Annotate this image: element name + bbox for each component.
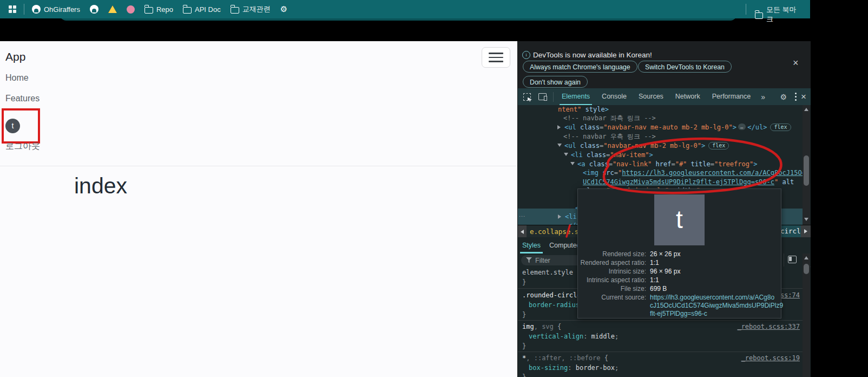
devtools-menu-icon[interactable]	[795, 93, 797, 100]
breadcrumb-right-crumb[interactable]: circle	[778, 225, 803, 237]
collapsed-arrow-icon[interactable]	[557, 125, 561, 129]
code-text: title	[687, 160, 710, 168]
code-line[interactable]: <ul class="navbar-nav me-auto mb-2 mb-lg…	[564, 123, 791, 131]
code-text	[581, 106, 585, 113]
style-rule-line[interactable]: }	[522, 373, 526, 377]
tooltip-row: File size:699 B	[578, 285, 781, 293]
attribute-link[interactable]: https://lh3.googleusercontent.com/a/ACg8…	[622, 169, 803, 177]
code-text: =	[711, 160, 714, 168]
nav-link-home[interactable]: Home	[5, 73, 29, 83]
code-text: "navbar-nav mb-2 mb-lg-0"	[603, 142, 701, 150]
style-rule-line[interactable]: }	[522, 311, 526, 318]
code-text: ntent"	[558, 106, 581, 113]
bookmark-item[interactable]	[90, 5, 98, 14]
code-line[interactable]: <!-- navbar 우측 링크 -->	[563, 133, 656, 140]
bookmark-item[interactable]: ⚙	[280, 5, 287, 14]
tooltip-value: 1:1	[650, 276, 659, 284]
scroll-up-icon[interactable]	[804, 108, 808, 111]
toggle-sidebar-icon[interactable]	[788, 256, 797, 263]
style-rule-line[interactable]: img, svg {	[522, 323, 561, 330]
flex-badge[interactable]: flex	[708, 142, 729, 150]
github-icon	[32, 5, 41, 14]
code-text: "nav-link"	[613, 160, 652, 168]
elements-scrollbar[interactable]	[803, 105, 810, 225]
attribute-link[interactable]: UCd1C574GiwgzMiva5mdsUP9DiPlz9flt-ej5TPl…	[583, 178, 774, 186]
devtools-tab-elements[interactable]: Elements	[562, 88, 590, 105]
navbar-brand[interactable]: App	[5, 50, 25, 63]
style-rule-line[interactable]: element.style {	[522, 269, 581, 276]
scroll-down-icon[interactable]	[804, 218, 808, 221]
scrollbar-thumb[interactable]	[804, 155, 809, 186]
inspect-element-icon[interactable]	[523, 93, 531, 101]
code-line[interactable]: ntent" style>	[558, 106, 609, 113]
style-rule-line[interactable]: }	[522, 342, 526, 350]
bookmark-item[interactable]	[127, 5, 135, 14]
device-toolbar-icon[interactable]	[538, 93, 547, 100]
tab-styles[interactable]: Styles	[522, 242, 541, 249]
devtools-tabbar: ElementsConsoleSourcesNetworkPerformance…	[518, 88, 811, 105]
style-text: img	[522, 323, 534, 330]
breadcrumb-right-arrow[interactable]	[801, 225, 811, 237]
notification-button[interactable]: Don't show again	[523, 76, 588, 88]
notification-close-icon[interactable]: ×	[793, 57, 799, 69]
bookmark-item[interactable]: OhGiraffers	[32, 5, 80, 14]
notification-button[interactable]: Switch DevTools to Korean	[638, 61, 732, 73]
settings-gear-icon[interactable]: ⚙	[780, 93, 787, 101]
code-line[interactable]: <!-- navbar 좌측 링크 -->	[563, 114, 656, 122]
style-text: border-box	[576, 364, 615, 372]
stylesheet-source-link[interactable]: _reboot.scss:337	[737, 323, 800, 330]
nav-link-features[interactable]: Features	[5, 94, 40, 103]
more-tabs-icon[interactable]: »	[761, 93, 765, 101]
all-bookmarks-button[interactable]: 모든 북마크	[755, 5, 800, 24]
code-line[interactable]: UCd1C574GiwgzMiva5mdsUP9DiPlz9flt-ej5TPl…	[583, 178, 794, 186]
code-line[interactable]: <li class="nav-item">	[571, 151, 653, 159]
styles-scrollbar[interactable]	[803, 253, 810, 377]
tooltip-value: 1:1	[650, 259, 659, 267]
style-text: }	[522, 342, 526, 350]
style-rule-line[interactable]: *, ::after, ::before {	[522, 354, 608, 362]
bookmark-label: 교재관련	[242, 4, 271, 14]
code-line[interactable]: <img src="https://lh3.googleusercontent.…	[583, 169, 803, 177]
stylesheet-source-link[interactable]: ss:74	[780, 291, 800, 299]
expand-arrow-icon[interactable]	[570, 162, 575, 165]
style-rule-line[interactable]: }	[522, 278, 526, 286]
devtools-tab-console[interactable]: Console	[602, 88, 627, 105]
bookmark-item[interactable]	[108, 5, 117, 13]
devtools-tab-performance[interactable]: Performance	[712, 88, 751, 105]
style-rule-line[interactable]: box-sizing: border-box;	[529, 364, 619, 372]
screenshot-root: ← → ↻ i localhost:8000/app/ G ☆ t OhGira…	[0, 0, 868, 377]
stylesheet-source-link[interactable]: _reboot.scss:19	[741, 354, 800, 362]
red-annotation-box	[2, 108, 40, 144]
expand-arrow-icon[interactable]	[557, 144, 562, 147]
code-text: "treefrog"	[714, 160, 753, 168]
devtools-tab-network[interactable]: Network	[675, 88, 700, 105]
style-text: element.style	[522, 269, 573, 276]
scrollbar-thumb[interactable]	[804, 264, 809, 274]
flex-badge[interactable]: flex	[770, 123, 791, 131]
scroll-up-icon[interactable]	[804, 256, 808, 259]
tooltip-value: 699 B	[650, 285, 667, 293]
tooltip-source-link[interactable]: https://lh3.googleusercontent.com/a/ACg8…	[650, 294, 783, 318]
collapsed-arrow-icon[interactable]	[558, 214, 561, 219]
bookmark-item[interactable]: 교재관련	[231, 4, 271, 14]
notification-button[interactable]: Always match Chrome's language	[523, 61, 637, 73]
bookmark-item[interactable]: Repo	[144, 5, 173, 14]
filter-placeholder: Filter	[535, 257, 550, 264]
devtools-close-icon[interactable]: ×	[801, 92, 806, 102]
code-line[interactable]: <ul class="navbar-nav mb-2 mb-lg-0">flex	[564, 142, 729, 150]
devtools-tab-sources[interactable]: Sources	[639, 88, 663, 105]
expand-ellipsis-icon[interactable]: …	[738, 123, 746, 130]
apps-grid-icon[interactable]	[9, 5, 16, 13]
code-text: <a	[577, 160, 585, 168]
expand-arrow-icon[interactable]	[564, 153, 568, 156]
bookmark-item[interactable]: API Doc	[183, 5, 221, 14]
line-gutter-dots: ...	[519, 211, 525, 218]
code-line[interactable]: <a class="nav-link" href="#" title="tree…	[577, 160, 757, 168]
code-text: >	[701, 142, 705, 150]
breadcrumb-left-arrow[interactable]	[518, 225, 527, 238]
navbar-toggler-button[interactable]	[482, 47, 510, 68]
logout-link[interactable]: 로그아웃	[5, 141, 40, 152]
style-rule-line[interactable]: border-radius:	[529, 301, 583, 309]
tab-computed[interactable]: Computed	[549, 242, 581, 249]
style-rule-line[interactable]: vertical-align: middle;	[529, 333, 619, 340]
